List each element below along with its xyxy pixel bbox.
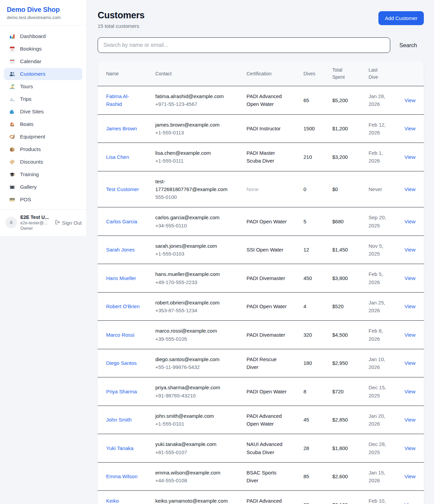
sidebar-item-gallery[interactable]: Gallery bbox=[4, 181, 82, 193]
sidebar-item-equipment[interactable]: Equipment bbox=[4, 131, 82, 143]
customer-name-link[interactable]: Keiko Yamamoto bbox=[106, 498, 130, 504]
customer-total-spent: $2,950 bbox=[332, 349, 369, 377]
table-row: John Smith john.smith@example.com +1-555… bbox=[98, 406, 424, 434]
sidebar-item-boats[interactable]: Boats bbox=[4, 118, 82, 130]
column-header-last-dive: Last Dive bbox=[369, 61, 405, 86]
customer-name-link[interactable]: Marco Rossi bbox=[106, 332, 134, 338]
view-customer-link[interactable]: View bbox=[405, 154, 415, 160]
customer-total-spent: $520 bbox=[332, 292, 369, 321]
sidebar-item-customers[interactable]: Customers bbox=[4, 68, 82, 80]
customer-last-dive: Jan 25, 2026 bbox=[369, 292, 405, 321]
customer-name-link[interactable]: Test Customer bbox=[106, 186, 139, 192]
customer-total-spent: $3,800 bbox=[332, 264, 369, 293]
customer-name-link[interactable]: Sarah Jones bbox=[106, 247, 135, 253]
customer-phone: +49-170-555-2233 bbox=[155, 278, 231, 286]
customer-phone: +1-555-0111 bbox=[155, 157, 231, 165]
customer-last-dive: Jan 20, 2026 bbox=[369, 406, 405, 434]
view-customer-link[interactable]: View bbox=[405, 389, 415, 394]
view-customer-link[interactable]: View bbox=[405, 417, 415, 423]
customer-name-link[interactable]: Hans Mueller bbox=[106, 275, 136, 281]
user-name: E2E Test U... bbox=[20, 214, 51, 220]
people-icon bbox=[9, 71, 16, 77]
customer-dives: 1500 bbox=[303, 114, 332, 143]
sidebar-item-dashboard[interactable]: Dashboard bbox=[4, 30, 82, 42]
view-customer-link[interactable]: View bbox=[405, 360, 415, 366]
customer-name-link[interactable]: Fatima Al-Rashid bbox=[106, 93, 129, 107]
table-row: Fatima Al-Rashid fatima.alrashid@example… bbox=[98, 86, 424, 115]
customer-last-dive: Jan 28, 2026 bbox=[369, 86, 405, 115]
customer-name-link[interactable]: Lisa Chen bbox=[106, 154, 129, 160]
person-icon bbox=[8, 220, 14, 226]
customer-email: emma.wilson@example.com bbox=[155, 469, 231, 477]
view-customer-link[interactable]: View bbox=[405, 97, 415, 103]
customer-certification: PADI Advanced Open Water bbox=[246, 86, 303, 115]
customer-name-link[interactable]: James Brown bbox=[106, 126, 137, 131]
view-customer-link[interactable]: View bbox=[405, 186, 415, 192]
search-button[interactable]: Search bbox=[390, 42, 424, 49]
view-customer-link[interactable]: View bbox=[405, 303, 415, 309]
sidebar-item-calendar[interactable]: Calendar bbox=[4, 55, 82, 68]
customer-phone: +44-555-0108 bbox=[155, 477, 231, 484]
sidebar-item-bookings[interactable]: 17 Bookings bbox=[4, 43, 82, 55]
customer-last-dive: Feb 1, 2026 bbox=[369, 143, 405, 171]
customer-name-link[interactable]: Carlos Garcia bbox=[106, 219, 137, 224]
table-row: Sarah Jones sarah.jones@example.com +1-5… bbox=[98, 236, 424, 264]
page-title: Customers bbox=[98, 10, 144, 21]
table-row: Lisa Chen lisa.chen@example.com +1-555-0… bbox=[98, 143, 424, 171]
customer-name-link[interactable]: Robert O'Brien bbox=[106, 303, 140, 309]
customer-total-spent: $5,200 bbox=[332, 86, 369, 115]
customer-dives: 28 bbox=[303, 434, 332, 463]
customer-email: priya.sharma@example.com bbox=[155, 384, 231, 391]
customer-name-link[interactable]: Emma Wilson bbox=[106, 473, 138, 479]
speedboat-icon bbox=[9, 96, 16, 102]
view-customer-link[interactable]: View bbox=[405, 219, 415, 224]
view-customer-link[interactable]: View bbox=[405, 275, 415, 281]
column-header-name: Name bbox=[98, 61, 155, 86]
sidebar: Demo Dive Shop demo.test.divestreams.com… bbox=[0, 0, 87, 236]
customer-certification: PADI Open Water bbox=[246, 292, 303, 321]
add-customer-button[interactable]: Add Customer bbox=[378, 11, 424, 25]
sign-out-button[interactable]: Sign Out bbox=[54, 219, 82, 226]
sidebar-footer: E2E Test U... e2e-tester@... Owner Sign … bbox=[0, 209, 86, 236]
view-customer-link[interactable]: View bbox=[405, 126, 415, 131]
view-customer-link[interactable]: View bbox=[405, 247, 415, 253]
calendar-date-icon: 17 bbox=[9, 46, 16, 52]
customer-email: diego.santos@example.com bbox=[155, 355, 231, 363]
customer-name-link[interactable]: Diego Santos bbox=[106, 360, 137, 366]
sidebar-item-dive-sites[interactable]: Dive Sites bbox=[4, 106, 82, 118]
sign-out-icon bbox=[54, 219, 60, 226]
customer-last-dive: Feb 8, 2026 bbox=[369, 321, 405, 349]
sidebar-item-discounts[interactable]: Discounts bbox=[4, 156, 82, 168]
sidebar-header: Demo Dive Shop demo.test.divestreams.com bbox=[0, 0, 86, 25]
customer-name-link[interactable]: John Smith bbox=[106, 417, 132, 423]
view-customer-link[interactable]: View bbox=[405, 502, 415, 504]
customer-name-link[interactable]: Priya Sharma bbox=[106, 389, 137, 394]
sidebar-item-trips[interactable]: Trips bbox=[4, 93, 82, 105]
credit-card-icon bbox=[9, 197, 16, 203]
customer-phone: +353-87-555-1234 bbox=[155, 306, 231, 314]
sidebar-item-products[interactable]: Products bbox=[4, 143, 82, 155]
view-customer-link[interactable]: View bbox=[405, 332, 415, 338]
sidebar-item-training[interactable]: Training bbox=[4, 168, 82, 181]
view-customer-link[interactable]: View bbox=[405, 473, 415, 479]
customer-total-spent: $2,850 bbox=[332, 406, 369, 434]
customer-last-dive: Jan 15, 2026 bbox=[369, 462, 405, 491]
customer-certification: PADI Rescue Diver bbox=[246, 349, 303, 377]
customer-total-spent: $720 bbox=[332, 377, 369, 406]
customer-phone: +55-11-99876-5432 bbox=[155, 363, 231, 371]
sidebar-item-tours[interactable]: Tours bbox=[4, 80, 82, 93]
user-email: e2e-tester@... bbox=[20, 220, 51, 226]
customer-phone: +1-555-0101 bbox=[155, 420, 231, 428]
column-header-contact: Contact bbox=[155, 61, 246, 86]
sidebar-item-pos[interactable]: POS bbox=[4, 193, 82, 206]
customer-certification: PADI Advanced Open Water bbox=[246, 491, 303, 504]
view-customer-link[interactable]: View bbox=[405, 445, 415, 451]
customer-dives: 4 bbox=[303, 292, 332, 321]
shop-domain: demo.test.divestreams.com bbox=[7, 15, 80, 20]
customer-name-link[interactable]: Yuki Tanaka bbox=[106, 445, 134, 451]
search-input[interactable] bbox=[98, 37, 390, 53]
customer-phone: +1-555-0113 bbox=[155, 129, 231, 136]
customer-last-dive: Dec 28, 2025 bbox=[369, 434, 405, 463]
table-row: Robert O'Brien robert.obrien@example.com… bbox=[98, 292, 424, 321]
column-header-total-spent: Total Spent bbox=[332, 61, 369, 86]
